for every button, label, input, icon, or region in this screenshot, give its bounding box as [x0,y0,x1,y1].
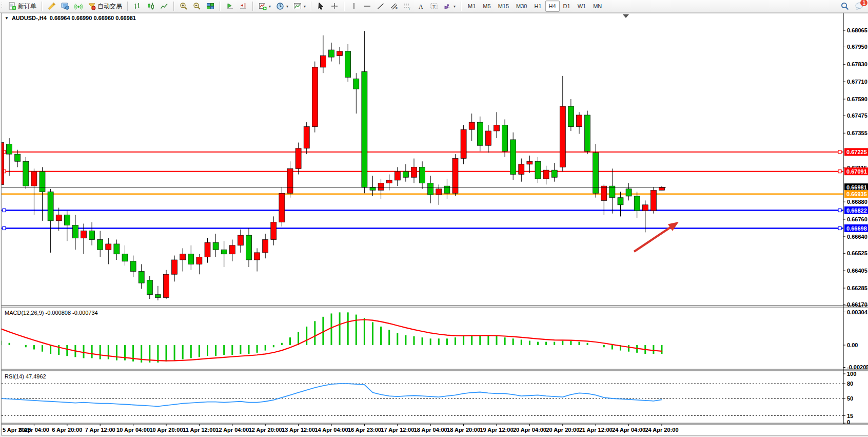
chevron-down-icon[interactable]: ▾ [453,4,456,9]
candle-body [271,222,277,240]
rsi-axis-label: 100 [847,371,856,377]
timeframe-h4[interactable]: H4 [545,1,560,12]
timeframe-m1[interactable]: M1 [464,1,479,12]
autotrading-button[interactable]: 自动交易 [85,0,125,12]
candle-body [337,51,343,55]
periods-button[interactable]: ▾ [273,0,291,12]
candle-body [411,167,417,178]
autotrading-button-label: 自动交易 [97,2,122,11]
hline-handle[interactable] [838,227,841,230]
price-tick-label: 0.66640 [847,234,867,240]
rsi-axis-label: 80 [847,381,853,387]
time-tick-label: 24 Apr 20:00 [645,427,678,433]
price-tick-label: 0.67590 [847,96,867,102]
chart-window[interactable]: ▼ AUDUSD-,H4 0.66964 0.66990 0.66960 0.6… [1,13,868,435]
text-button[interactable]: A [414,0,427,12]
chart-shift-icon [239,2,247,10]
timeframe-m15[interactable]: M15 [495,1,512,12]
arrows-icon [443,2,451,10]
time-tick-label: 19 Apr 12:00 [480,427,513,433]
arrows-button[interactable]: ▾ [441,0,458,12]
candle-body [221,250,227,254]
timeframe-w1[interactable]: W1 [574,1,590,12]
fibonacci-button[interactable]: F [401,0,414,12]
timeframe-mn[interactable]: MN [589,1,605,12]
candle-body [477,122,483,145]
channel-button[interactable]: E [387,0,401,12]
candle-body [164,274,169,297]
candle-body [585,115,590,151]
candlestick-button[interactable] [144,0,157,12]
timeframe-h1[interactable]: H1 [530,1,545,12]
hline-handle[interactable] [3,227,6,230]
price-tick-label: 0.66170 [847,301,867,308]
text-icon: A [417,2,425,10]
macd-axis-label: -0.00205 [847,364,868,370]
price-badge-label: 0.67091 [846,168,867,175]
toolbar-separator [461,2,462,11]
hline-handle[interactable] [838,170,841,173]
crosshair-button[interactable] [328,0,341,12]
metaeditor-button[interactable] [45,0,58,12]
price-tick-label: 0.68065 [847,27,867,33]
timeframe-m5[interactable]: M5 [479,1,494,12]
candle-body [287,168,293,193]
candle-body [139,272,144,283]
chart-shift-button[interactable] [236,0,250,12]
metaeditor-icon [48,2,56,10]
price-tick-label: 0.67830 [847,61,867,67]
candle-body [329,50,334,57]
candle-body [618,198,623,205]
channel-icon: E [390,2,398,10]
hline-handle[interactable] [3,209,6,212]
templates-button[interactable]: ▾ [291,0,308,12]
time-tick-label: 18 Apr 20:00 [447,427,480,433]
market-icon [61,2,69,10]
candle-body [394,172,400,180]
chevron-down-icon[interactable]: ▾ [304,4,306,9]
candle-body [254,253,260,260]
label-button[interactable]: T [427,0,441,12]
market-button[interactable] [58,0,72,12]
candle-body [353,79,359,89]
tile-windows-button[interactable] [204,0,217,12]
chart-collapse-icon[interactable]: ▼ [5,16,9,21]
candle-body [626,189,632,196]
candle-body [494,125,500,131]
timeframe-d1[interactable]: D1 [560,1,574,12]
toolbar-separator [311,2,312,11]
chevron-down-icon[interactable]: ▾ [286,4,288,9]
indicators-icon [259,2,267,10]
search-icon[interactable] [840,2,850,11]
time-tick-label: 17 Apr 12:00 [381,427,414,433]
chat-icon[interactable]: 1 [855,2,864,11]
indicators-button[interactable]: ▾ [256,0,273,12]
vline-button[interactable] [347,0,361,12]
candle-body [15,154,21,161]
candle-body [403,172,408,177]
hline-handle[interactable] [838,150,841,154]
time-tick-label: 12 Apr 04:00 [215,427,249,433]
zoom-in-button[interactable] [177,0,190,12]
time-tick-label: 10 Apr 04:00 [116,427,150,433]
bar-chart-button[interactable] [131,0,144,12]
signals-button[interactable] [72,0,85,12]
rsi-label: RSI(14) 47.4962 [5,373,46,379]
new-order-button[interactable]: 新订单 [6,0,39,12]
new-order-button-label: 新订单 [18,2,36,11]
hline-button[interactable] [361,0,374,12]
timeframe-m30[interactable]: M30 [512,1,530,12]
hline-handle[interactable] [838,209,841,212]
price-badge-label: 0.66698 [846,225,867,232]
candle-body [304,127,309,148]
auto-scroll-button[interactable] [223,0,236,12]
chart-canvas[interactable]: 0.680650.679500.678300.677100.675900.674… [2,13,868,435]
price-badge-label: 0.66981 [846,184,867,191]
chevron-down-icon[interactable]: ▾ [269,4,271,9]
line-chart-button[interactable] [157,0,171,12]
trendline-button[interactable] [374,0,387,12]
zoom-out-button[interactable] [190,0,204,12]
svg-text:T: T [432,4,436,9]
candle-body [461,129,466,158]
cursor-button[interactable] [314,0,328,12]
